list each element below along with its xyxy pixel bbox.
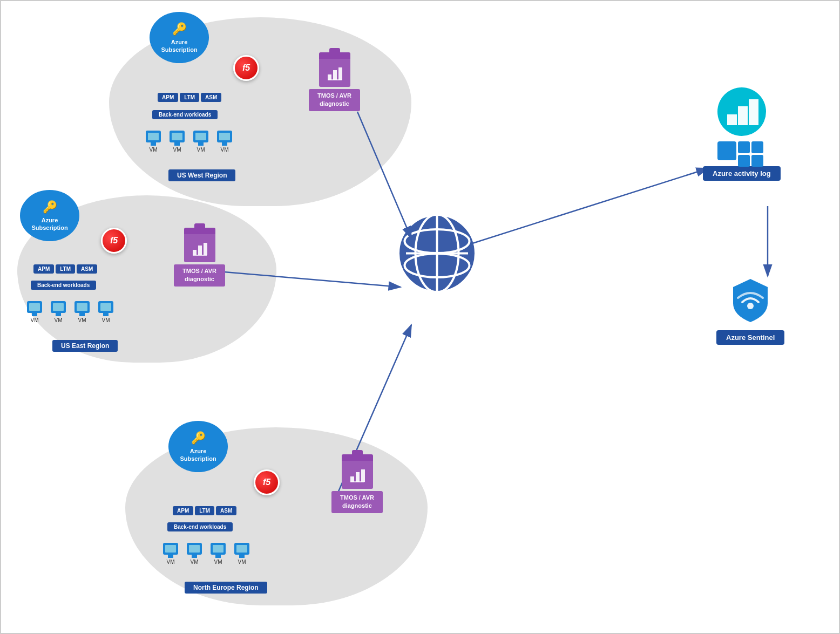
ne-key-icon: 🔑 bbox=[191, 431, 206, 446]
ne-tmos-label: TMOS / AVRdiagnostic bbox=[331, 491, 383, 513]
globe-icon bbox=[395, 212, 479, 295]
us-west-sub-label: Azure Subscription bbox=[161, 38, 197, 54]
us-west-vm-2: VM bbox=[170, 131, 185, 153]
us-west-tmos-wrapper: TMOS / AVRdiagnostic bbox=[309, 52, 360, 111]
us-west-apm: APM bbox=[158, 93, 178, 102]
ne-azure-sub: 🔑 Azure Subscription bbox=[168, 421, 228, 472]
svg-rect-10 bbox=[193, 250, 197, 255]
svg-rect-11 bbox=[198, 246, 202, 255]
svg-rect-26 bbox=[727, 114, 737, 125]
ne-vm-3: VM bbox=[211, 543, 226, 565]
us-west-tmos-label: TMOS / AVRdiagnostic bbox=[309, 89, 360, 111]
us-east-module-row: APM LTM ASM bbox=[33, 264, 97, 274]
svg-rect-14 bbox=[350, 476, 354, 482]
svg-rect-8 bbox=[338, 67, 342, 80]
ne-vm-2: VM bbox=[187, 543, 202, 565]
us-east-vm-1: VM bbox=[27, 301, 42, 323]
ne-vm-1: VM bbox=[163, 543, 178, 565]
ne-module-row: APM LTM ASM bbox=[173, 506, 236, 515]
ne-asm: ASM bbox=[216, 506, 236, 515]
us-west-vm-3: VM bbox=[193, 131, 208, 153]
svg-point-29 bbox=[747, 303, 754, 309]
ne-ltm: LTM bbox=[195, 506, 214, 515]
ne-region-label: North Europe Region bbox=[185, 582, 267, 594]
svg-rect-28 bbox=[749, 99, 758, 125]
us-east-tmos-clip-body bbox=[184, 234, 215, 262]
ne-apm: APM bbox=[173, 506, 193, 515]
ne-vm-row: VM VM VM VM bbox=[163, 543, 249, 565]
us-east-backend: Back-end workloads bbox=[31, 281, 96, 290]
svg-rect-12 bbox=[204, 243, 207, 255]
us-east-sub-label: Azure Subscription bbox=[31, 216, 67, 232]
us-west-region-label: US West Region bbox=[168, 169, 235, 181]
us-east-tmos-chart-icon bbox=[192, 240, 208, 256]
svg-rect-16 bbox=[361, 469, 365, 482]
sentinel-icon bbox=[729, 276, 772, 325]
us-west-vm-row: VM VM VM VM bbox=[146, 131, 232, 153]
ne-vm-4: VM bbox=[234, 543, 249, 565]
us-west-asm: ASM bbox=[201, 93, 221, 102]
sentinel-label: Azure Sentinel bbox=[716, 330, 784, 345]
ne-tmos-clip-body bbox=[342, 461, 373, 489]
us-east-tmos-label: TMOS / AVRdiagnostic bbox=[174, 264, 225, 287]
svg-rect-27 bbox=[738, 106, 748, 125]
us-east-key-icon: 🔑 bbox=[43, 200, 57, 215]
azure-activity-log-box: Azure activity log bbox=[703, 87, 781, 181]
ne-tmos-clip-top bbox=[342, 454, 373, 461]
azure-sentinel-box: Azure Sentinel bbox=[716, 276, 784, 345]
svg-line-4 bbox=[471, 168, 708, 244]
us-west-module-row: APM LTM ASM bbox=[158, 93, 221, 102]
us-west-tmos-clip-top bbox=[319, 52, 350, 59]
us-west-vm-1: VM bbox=[146, 131, 161, 153]
us-east-tmos-clip-top bbox=[184, 228, 215, 234]
us-east-tmos-wrapper: TMOS / AVRdiagnostic bbox=[174, 228, 225, 287]
us-east-vm-4: VM bbox=[98, 301, 113, 323]
us-west-f5-logo: f5 bbox=[233, 55, 259, 81]
us-west-tmos-clip-body bbox=[319, 59, 350, 87]
svg-rect-15 bbox=[356, 472, 360, 482]
us-west-vm-4: VM bbox=[217, 131, 232, 153]
us-east-vm-row: VM VM VM VM bbox=[27, 301, 113, 323]
ne-sub-label: Azure Subscription bbox=[180, 447, 216, 463]
us-east-asm: ASM bbox=[77, 264, 97, 274]
activity-log-icon-svg bbox=[717, 87, 766, 136]
diagram-container: 🔑 Azure Subscription f5 APM LTM ASM Back… bbox=[1, 1, 840, 634]
us-east-azure-sub: 🔑 Azure Subscription bbox=[20, 190, 79, 241]
us-east-vm-2: VM bbox=[51, 301, 66, 323]
us-east-apm: APM bbox=[33, 264, 54, 274]
ne-tmos-chart-icon bbox=[349, 467, 365, 483]
us-west-ltm: LTM bbox=[180, 93, 199, 102]
us-east-vm-3: VM bbox=[74, 301, 90, 323]
activity-log-icon bbox=[717, 87, 766, 136]
ne-tmos-wrapper: TMOS / AVRdiagnostic bbox=[331, 454, 383, 513]
us-west-tmos-chart-icon bbox=[327, 65, 343, 81]
ne-backend: Back-end workloads bbox=[167, 522, 233, 531]
us-west-azure-sub: 🔑 Azure Subscription bbox=[150, 12, 209, 63]
sentinel-shield-svg bbox=[729, 276, 772, 325]
us-east-f5-logo: f5 bbox=[101, 228, 127, 254]
globe-svg bbox=[395, 212, 479, 295]
svg-rect-7 bbox=[333, 70, 337, 80]
us-east-region-label: US East Region bbox=[52, 340, 118, 352]
svg-rect-6 bbox=[328, 74, 331, 80]
us-west-key-icon: 🔑 bbox=[172, 22, 187, 37]
us-west-backend: Back-end workloads bbox=[152, 110, 218, 119]
us-east-ltm: LTM bbox=[56, 264, 75, 274]
ne-f5-logo: f5 bbox=[254, 469, 280, 495]
activity-log-label: Azure activity log bbox=[703, 166, 781, 181]
